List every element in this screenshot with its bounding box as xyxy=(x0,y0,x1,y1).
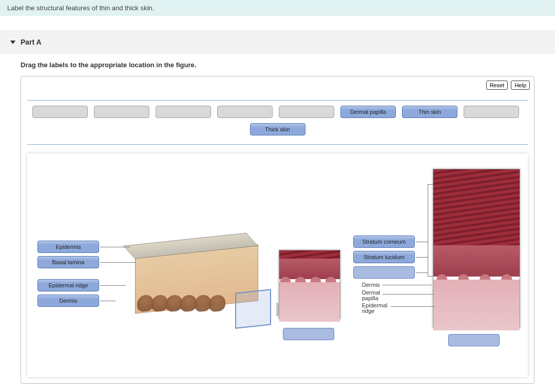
placed-label: Epidermal ridge xyxy=(37,279,99,291)
help-button[interactable]: Help xyxy=(511,81,530,90)
skin-block-illustration xyxy=(114,230,274,333)
instruction-text: Drag the labels to the appropriate locat… xyxy=(0,54,555,76)
label-slot[interactable] xyxy=(464,106,519,118)
placed-label: Stratum lucidum xyxy=(353,251,415,263)
label-epidermal-ridge[interactable]: Epidermal ridge xyxy=(37,279,99,291)
dropzone[interactable] xyxy=(353,266,415,279)
label-slot[interactable] xyxy=(279,106,334,118)
thick-skin-micrograph xyxy=(433,169,520,328)
static-label: papilla xyxy=(362,295,378,301)
label-thick-skin[interactable]: Thick skin xyxy=(250,123,305,135)
reset-button[interactable]: Reset xyxy=(486,81,508,90)
label-slot[interactable] xyxy=(32,106,88,118)
part-header[interactable]: Part A xyxy=(0,30,555,54)
activity-canvas: Reset Help Dermal papilla Thin skin Thic… xyxy=(21,76,534,384)
label-dermal-papilla[interactable]: Dermal papilla xyxy=(340,106,396,118)
label-stratum-lucidum[interactable]: Stratum lucidum xyxy=(353,251,415,263)
dropzone[interactable] xyxy=(448,334,500,346)
label-basal-lamina[interactable]: Basal lamina xyxy=(37,256,99,268)
part-title: Part A xyxy=(21,38,42,46)
static-label: ridge xyxy=(362,308,374,314)
label-pool: Dermal papilla Thin skin Thick skin xyxy=(27,100,528,141)
label-slot[interactable] xyxy=(156,106,211,118)
placed-label: Basal lamina xyxy=(37,256,99,268)
question-banner: Label the structural features of thin an… xyxy=(0,0,555,16)
label-slot[interactable] xyxy=(217,106,273,118)
placed-label: Stratum corneum xyxy=(353,236,415,248)
chevron-down-icon xyxy=(10,41,15,44)
figure-stage: Epidermis Basal lamina Epidermal ridge D… xyxy=(27,153,528,377)
label-stratum-corneum[interactable]: Stratum corneum xyxy=(353,236,415,248)
thin-skin-micrograph xyxy=(279,250,340,319)
banner-text: Label the structural features of thin an… xyxy=(7,4,154,12)
label-dermis[interactable]: Dermis xyxy=(37,295,99,307)
canvas-toolbar: Reset Help xyxy=(486,81,530,90)
pool-divider xyxy=(27,144,528,145)
static-label: Dermis xyxy=(362,282,380,288)
label-epidermis[interactable]: Epidermis xyxy=(37,241,99,253)
label-thin-skin[interactable]: Thin skin xyxy=(402,106,457,118)
label-slot[interactable] xyxy=(94,106,149,118)
placed-label: Epidermis xyxy=(37,241,99,253)
label-pool-row-2: Thick skin xyxy=(27,121,528,141)
label-pool-row-1: Dermal papilla Thin skin xyxy=(27,100,528,121)
placed-label: Dermis xyxy=(37,295,99,307)
dropzone[interactable] xyxy=(283,328,334,340)
